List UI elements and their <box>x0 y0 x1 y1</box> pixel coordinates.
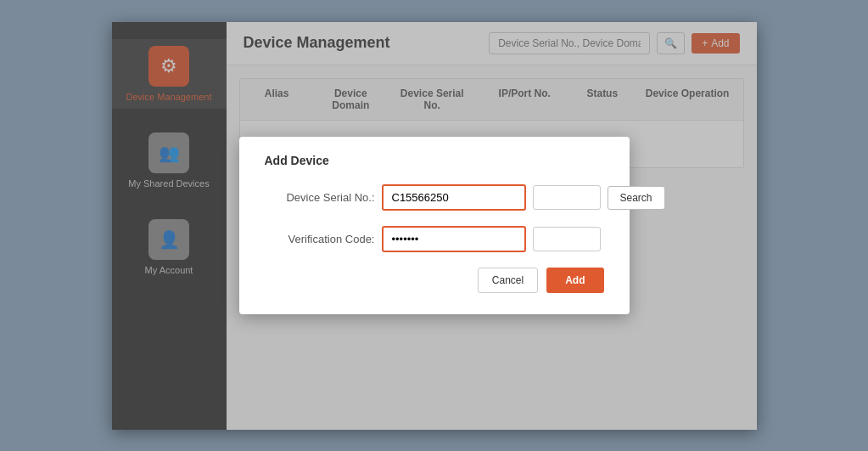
app-window: ⚙ Device Management 👥 My Shared Devices … <box>112 22 757 430</box>
dialog-add-button[interactable]: Add <box>546 268 603 293</box>
add-device-dialog: Add Device Device Serial No.: Search Ver… <box>239 137 630 314</box>
verification-input[interactable] <box>382 226 526 252</box>
dialog-search-button[interactable]: Search <box>608 186 665 210</box>
verification-row: Verification Code: <box>265 226 604 252</box>
serial-label: Device Serial No.: <box>265 191 375 204</box>
dialog-overlay: Add Device Device Serial No.: Search Ver… <box>112 22 757 430</box>
serial-extra-input[interactable] <box>533 185 601 210</box>
dialog-footer: Cancel Add <box>265 268 604 293</box>
serial-input[interactable] <box>382 184 526 211</box>
dialog-title: Add Device <box>265 154 604 167</box>
verification-label: Verification Code: <box>265 233 375 245</box>
serial-row: Device Serial No.: Search <box>265 184 604 211</box>
cancel-button[interactable]: Cancel <box>478 268 538 293</box>
verification-extra-input[interactable] <box>533 227 601 251</box>
